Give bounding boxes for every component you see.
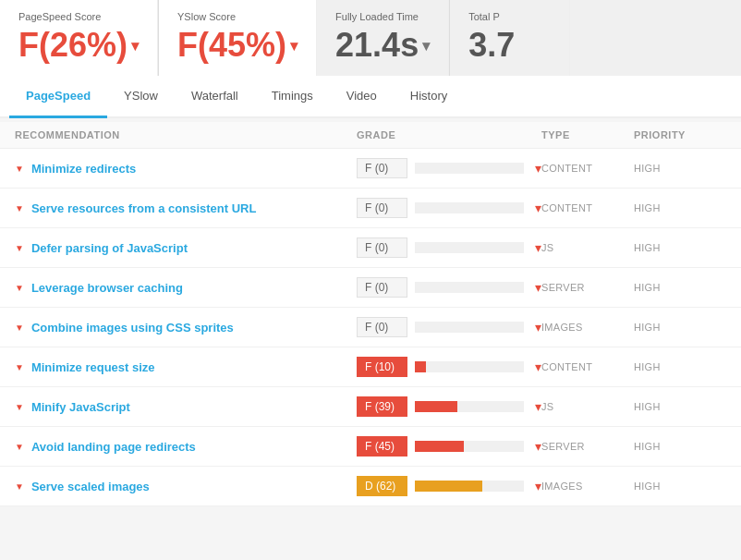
grade-chevron-icon[interactable]: ▾ bbox=[535, 399, 541, 414]
grade-bar-track bbox=[415, 163, 524, 174]
grade-chevron-icon[interactable]: ▾ bbox=[535, 201, 541, 215]
row-label[interactable]: Serve scaled images bbox=[31, 480, 150, 493]
row-type: IMAGES bbox=[541, 322, 634, 333]
row-toggle-icon[interactable]: ▼ bbox=[15, 203, 24, 213]
row-recommendation: ▼ Combine images using CSS sprites bbox=[15, 321, 357, 335]
loaded-time-value: 21.4s ▾ bbox=[335, 26, 430, 65]
grade-chevron-icon[interactable]: ▾ bbox=[535, 280, 541, 295]
row-toggle-icon[interactable]: ▼ bbox=[15, 323, 24, 333]
table-row: ▼ Avoid landing page redirects F (45) ▾ … bbox=[0, 427, 741, 467]
row-toggle-icon[interactable]: ▼ bbox=[15, 362, 24, 372]
grade-chevron-icon[interactable]: ▾ bbox=[535, 240, 541, 255]
header-type: TYPE bbox=[541, 129, 634, 140]
row-toggle-icon[interactable]: ▼ bbox=[15, 164, 24, 174]
loaded-time-chevron-icon[interactable]: ▾ bbox=[422, 37, 430, 55]
grade-bar-track bbox=[415, 242, 524, 253]
grade-chevron-icon[interactable]: ▾ bbox=[535, 320, 541, 335]
row-recommendation: ▼ Serve scaled images bbox=[15, 480, 357, 493]
yslow-score-card: YSlow Score F(45%) ▾ bbox=[159, 0, 317, 76]
row-label[interactable]: Defer parsing of JavaScript bbox=[31, 241, 188, 255]
row-recommendation: ▼ Minimize redirects bbox=[15, 162, 357, 176]
row-label[interactable]: Leverage browser caching bbox=[31, 281, 183, 295]
grade-bar-fill bbox=[415, 441, 464, 452]
grade-bar-container: F (45) ▾ bbox=[357, 436, 541, 457]
row-type: CONTENT bbox=[541, 163, 634, 174]
tab-waterfall[interactable]: Waterfall bbox=[175, 76, 255, 118]
grade-chevron-icon[interactable]: ▾ bbox=[535, 161, 541, 176]
row-label[interactable]: Serve resources from a consistent URL bbox=[31, 201, 256, 215]
row-recommendation: ▼ Avoid landing page redirects bbox=[15, 440, 357, 454]
row-priority: HIGH bbox=[634, 481, 708, 492]
table-row: ▼ Combine images using CSS sprites F (0)… bbox=[0, 308, 741, 347]
yslow-value: F(45%) ▾ bbox=[177, 26, 298, 65]
row-label[interactable]: Minimize redirects bbox=[31, 162, 136, 176]
row-type: JS bbox=[541, 242, 634, 253]
row-type: IMAGES bbox=[541, 481, 634, 492]
loaded-time-label: Fully Loaded Time bbox=[335, 11, 430, 22]
header-recommendation: RECOMMENDATION bbox=[15, 129, 357, 140]
grade-bar-fill bbox=[415, 361, 426, 372]
tab-timings[interactable]: Timings bbox=[255, 76, 330, 118]
total-p-label: Total P bbox=[468, 11, 551, 22]
grade-text: F (0) bbox=[357, 158, 407, 178]
grade-bar-container: F (0) ▾ bbox=[357, 277, 541, 298]
grade-bar-container: F (0) ▾ bbox=[357, 237, 541, 258]
row-priority: HIGH bbox=[634, 202, 708, 213]
grade-bar-fill bbox=[415, 401, 457, 412]
grade-chevron-icon[interactable]: ▾ bbox=[535, 439, 541, 454]
tab-pagespeed[interactable]: PageSpeed bbox=[9, 76, 107, 118]
yslow-chevron-icon[interactable]: ▾ bbox=[290, 37, 298, 55]
row-priority: HIGH bbox=[634, 401, 708, 412]
tab-video[interactable]: Video bbox=[330, 76, 394, 118]
row-priority: HIGH bbox=[634, 282, 708, 293]
row-type: CONTENT bbox=[541, 361, 634, 372]
row-recommendation: ▼ Leverage browser caching bbox=[15, 281, 357, 295]
row-recommendation: ▼ Defer parsing of JavaScript bbox=[15, 241, 357, 255]
grade-bar-container: F (0) ▾ bbox=[357, 158, 541, 178]
grade-chevron-icon[interactable]: ▾ bbox=[535, 479, 541, 493]
grade-bar-track bbox=[415, 202, 524, 213]
table-header-row: RECOMMENDATION GRADE TYPE PRIORITY bbox=[0, 122, 741, 149]
row-toggle-icon[interactable]: ▼ bbox=[15, 442, 24, 452]
row-label[interactable]: Combine images using CSS sprites bbox=[31, 321, 234, 335]
row-recommendation: ▼ Minify JavaScript bbox=[15, 400, 357, 414]
table-row: ▼ Minimize redirects F (0) ▾ CONTENT HIG… bbox=[0, 149, 741, 189]
grade-bar-container: F (10) ▾ bbox=[357, 357, 541, 377]
row-type: SERVER bbox=[541, 282, 634, 293]
pagespeed-score-text: F(26%) bbox=[18, 26, 128, 65]
grade-bar-container: F (39) ▾ bbox=[357, 396, 541, 417]
row-recommendation: ▼ Serve resources from a consistent URL bbox=[15, 201, 357, 215]
recommendations-table: RECOMMENDATION GRADE TYPE PRIORITY ▼ Min… bbox=[0, 122, 741, 506]
pagespeed-label: PageSpeed Score bbox=[18, 11, 139, 22]
grade-bar-fill bbox=[415, 481, 482, 492]
row-priority: HIGH bbox=[634, 322, 708, 333]
total-p-value: 3.7 bbox=[468, 26, 551, 65]
row-label[interactable]: Avoid landing page redirects bbox=[31, 440, 196, 454]
table-row: ▼ Serve scaled images D (62) ▾ IMAGES HI… bbox=[0, 467, 741, 506]
table-row: ▼ Leverage browser caching F (0) ▾ SERVE… bbox=[0, 268, 741, 308]
row-toggle-icon[interactable]: ▼ bbox=[15, 243, 24, 253]
grade-bar-container: F (0) ▾ bbox=[357, 198, 541, 218]
row-priority: HIGH bbox=[634, 361, 708, 372]
pagespeed-chevron-icon[interactable]: ▾ bbox=[131, 37, 139, 55]
row-priority: HIGH bbox=[634, 163, 708, 174]
row-toggle-icon[interactable]: ▼ bbox=[15, 402, 24, 412]
row-label[interactable]: Minify JavaScript bbox=[31, 400, 130, 414]
grade-bar-container: D (62) ▾ bbox=[357, 476, 541, 496]
row-label[interactable]: Minimize request size bbox=[31, 360, 155, 374]
row-toggle-icon[interactable]: ▼ bbox=[15, 283, 24, 293]
row-type: JS bbox=[541, 401, 634, 412]
tab-yslow[interactable]: YSlow bbox=[107, 76, 175, 118]
row-toggle-icon[interactable]: ▼ bbox=[15, 481, 24, 492]
grade-chevron-icon[interactable]: ▾ bbox=[535, 359, 541, 374]
table-row: ▼ Minify JavaScript F (39) ▾ JS HIGH bbox=[0, 387, 741, 427]
grade-text: F (0) bbox=[357, 277, 407, 298]
loaded-time-text: 21.4s bbox=[335, 26, 419, 65]
total-p-text: 3.7 bbox=[468, 26, 515, 65]
loaded-time-card: Fully Loaded Time 21.4s ▾ bbox=[317, 0, 449, 76]
grade-bar-track bbox=[415, 322, 524, 333]
table-row: ▼ Minimize request size F (10) ▾ CONTENT… bbox=[0, 347, 741, 387]
tab-history[interactable]: History bbox=[394, 76, 464, 118]
grade-text: F (0) bbox=[357, 237, 407, 258]
metrics-bar: PageSpeed Score F(26%) ▾ YSlow Score F(4… bbox=[0, 0, 741, 76]
